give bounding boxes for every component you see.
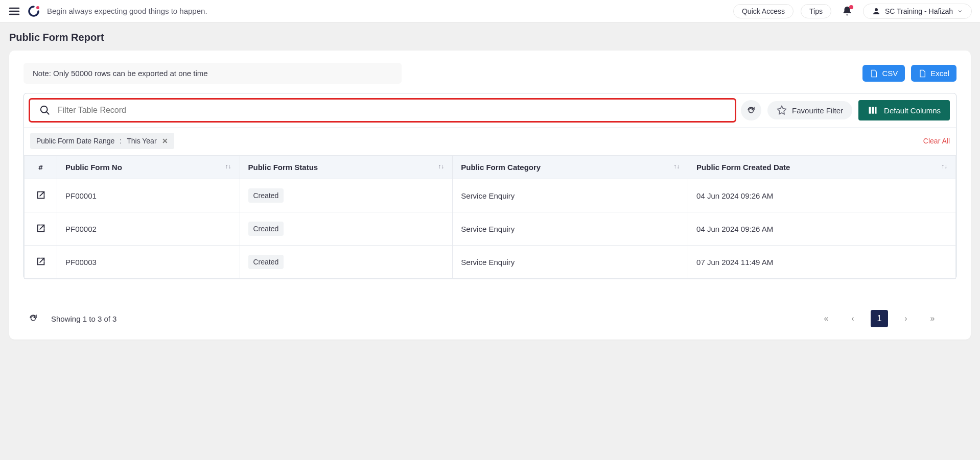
favourite-filter-label: Favourite Filter: [792, 106, 843, 115]
filter-chip-value: This Year: [127, 137, 156, 145]
user-menu-button[interactable]: SC Training - Hafizah: [863, 4, 972, 19]
col-category[interactable]: Public Form Category↑↓: [453, 156, 688, 179]
svg-point-0: [36, 6, 39, 9]
menu-icon[interactable]: [8, 5, 20, 17]
star-icon: [777, 105, 787, 115]
user-label: SC Training - Hafizah: [885, 7, 953, 15]
col-created[interactable]: Public Form Created Date↑↓: [688, 156, 956, 179]
page-last-button[interactable]: »: [924, 310, 941, 327]
pagination-bar: Showing 1 to 3 of 3 « ‹ 1 › »: [24, 310, 956, 327]
file-icon: [870, 69, 878, 78]
cell-created: 07 Jun 2024 11:49 AM: [688, 246, 956, 279]
table-row: PF00002CreatedService Enquiry04 Jun 2024…: [25, 212, 956, 246]
refresh-button[interactable]: [741, 100, 761, 120]
status-badge: Created: [248, 222, 284, 236]
cell-category: Service Enquiry: [453, 246, 688, 279]
cell-form-no: PF00001: [57, 179, 240, 212]
file-icon: [918, 69, 926, 78]
refresh-icon: [746, 106, 756, 115]
showing-text: Showing 1 to 3 of 3: [51, 314, 116, 323]
svg-rect-5: [875, 107, 876, 113]
page-first-button[interactable]: «: [818, 310, 835, 327]
svg-point-1: [875, 8, 878, 11]
table-row: PF00001CreatedService Enquiry04 Jun 2024…: [25, 179, 956, 212]
export-csv-button[interactable]: CSV: [862, 65, 905, 82]
filter-chip-label: Public Form Date Range: [36, 137, 114, 145]
open-row-button[interactable]: [35, 227, 46, 235]
sort-icon: ↑↓: [673, 163, 680, 170]
sort-icon: ↑↓: [941, 163, 947, 170]
cell-created: 04 Jun 2024 09:26 AM: [688, 179, 956, 212]
clear-all-button[interactable]: Clear All: [923, 137, 950, 145]
report-panel: Note: Only 50000 rows can be exported at…: [9, 51, 971, 340]
search-icon: [39, 105, 51, 116]
table-row: PF00003CreatedService Enquiry07 Jun 2024…: [25, 246, 956, 279]
svg-point-2: [41, 106, 48, 113]
app-logo[interactable]: [28, 5, 40, 17]
chevron-down-icon: [957, 8, 963, 14]
col-status[interactable]: Public Form Status↑↓: [240, 156, 453, 179]
cell-form-no: PF00002: [57, 212, 240, 246]
report-table: # Public Form No↑↓ Public Form Status↑↓ …: [24, 155, 956, 279]
notifications-button[interactable]: [838, 3, 856, 20]
cell-created: 04 Jun 2024 09:26 AM: [688, 212, 956, 246]
status-badge: Created: [248, 188, 284, 203]
search-input[interactable]: [58, 106, 160, 115]
refresh-icon: [29, 313, 38, 323]
csv-label: CSV: [882, 69, 898, 78]
page-number-button[interactable]: 1: [871, 310, 888, 327]
default-columns-button[interactable]: Default Columns: [858, 100, 950, 120]
open-row-button[interactable]: [35, 260, 46, 269]
favourite-filter-button[interactable]: Favourite Filter: [767, 101, 852, 119]
note-text: Note: Only 50000 rows can be exported at…: [24, 63, 402, 84]
col-form-no[interactable]: Public Form No↑↓: [57, 156, 240, 179]
columns-icon: [868, 105, 878, 115]
refresh-small-button[interactable]: [29, 313, 39, 324]
default-columns-label: Default Columns: [884, 106, 941, 115]
sort-icon: ↑↓: [225, 163, 231, 170]
user-icon: [872, 7, 881, 16]
page-next-button[interactable]: ›: [897, 310, 915, 327]
notification-dot-icon: [849, 5, 853, 9]
quick-access-button[interactable]: Quick Access: [733, 4, 794, 18]
search-input-wrap[interactable]: [29, 98, 736, 123]
tagline-text: Begin always expecting good things to ha…: [47, 7, 207, 15]
page-prev-button[interactable]: ‹: [844, 310, 861, 327]
cell-category: Service Enquiry: [453, 212, 688, 246]
export-excel-button[interactable]: Excel: [911, 65, 956, 82]
excel-label: Excel: [930, 69, 949, 78]
svg-rect-3: [869, 107, 871, 113]
cell-form-no: PF00003: [57, 246, 240, 279]
tips-label: Tips: [809, 7, 823, 15]
open-row-button[interactable]: [35, 193, 46, 202]
sort-icon: ↑↓: [438, 163, 444, 170]
quick-access-label: Quick Access: [742, 7, 785, 15]
page-title: Public Form Report: [9, 32, 971, 43]
status-badge: Created: [248, 255, 284, 269]
cell-category: Service Enquiry: [453, 179, 688, 212]
filter-chip: Public Form Date Range : This Year ✕: [30, 133, 174, 149]
tips-button[interactable]: Tips: [801, 4, 831, 18]
topbar: Begin always expecting good things to ha…: [0, 0, 980, 22]
close-icon[interactable]: ✕: [162, 137, 168, 145]
svg-rect-4: [872, 107, 874, 113]
col-hash: #: [25, 156, 57, 179]
table-card: Favourite Filter Default Columns Public …: [24, 93, 956, 279]
